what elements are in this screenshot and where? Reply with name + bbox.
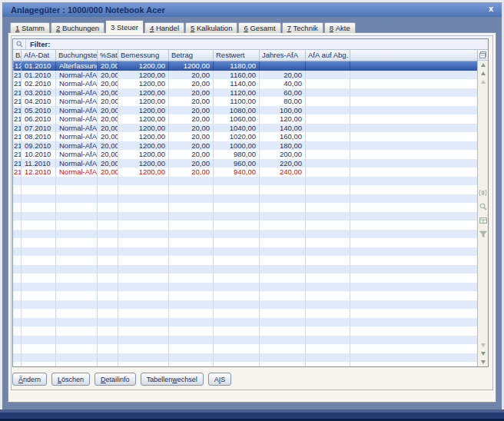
column-header-jahres-afa[interactable]: Jahres-AfA bbox=[260, 50, 306, 61]
cell: 21 bbox=[13, 132, 22, 141]
table-row-empty[interactable] bbox=[13, 185, 477, 194]
tab-technik[interactable]: 7 Technik bbox=[282, 22, 323, 33]
scroll-down-icon[interactable] bbox=[481, 352, 486, 356]
cell-filler bbox=[350, 353, 477, 363]
table-row[interactable]: 2108.2010Normal-AfA20,001200,0020,001020… bbox=[13, 132, 477, 141]
ais-button[interactable]: AIS bbox=[208, 373, 232, 386]
table-row-empty[interactable] bbox=[13, 203, 477, 212]
scroll-up-alt-icon[interactable] bbox=[481, 80, 486, 84]
column-header-empty bbox=[350, 50, 477, 61]
table-row-empty[interactable] bbox=[13, 265, 477, 274]
column-width-icon[interactable] bbox=[479, 189, 487, 197]
table-row-empty[interactable] bbox=[13, 327, 477, 336]
cell bbox=[56, 177, 98, 186]
cell bbox=[306, 353, 350, 363]
cell bbox=[22, 256, 56, 265]
table-row-empty[interactable] bbox=[13, 283, 477, 292]
column-header-betrag[interactable]: Betrag bbox=[169, 50, 214, 61]
column-header--satz[interactable]: %Satz bbox=[98, 50, 118, 61]
table-row[interactable]: 2110.2010Normal-AfA20,001200,0020,00980,… bbox=[13, 150, 477, 159]
tab-buchungen[interactable]: 2 Buchungen bbox=[51, 22, 104, 33]
cell bbox=[306, 61, 350, 71]
search-icon[interactable] bbox=[479, 203, 487, 210]
table-row[interactable]: 2104.2010Normal-AfA20,001200,0020,001100… bbox=[13, 97, 477, 106]
cell: Normal-AfA bbox=[56, 167, 98, 177]
column-header-ba[interactable]: BA bbox=[13, 50, 22, 61]
cell bbox=[306, 238, 350, 247]
table-row-empty[interactable] bbox=[13, 300, 477, 310]
column-header-afa-dat[interactable]: AfA-Dat bbox=[22, 50, 56, 61]
filter-bar: Filter: bbox=[13, 39, 488, 50]
cell bbox=[22, 327, 56, 336]
select-grid-icon[interactable] bbox=[478, 50, 488, 61]
lschen-button[interactable]: Löschen bbox=[51, 373, 90, 386]
table-row-empty[interactable] bbox=[13, 309, 477, 318]
tab-kalkulation[interactable]: 5 Kalkulation bbox=[185, 22, 237, 33]
cell: 01.2010 bbox=[22, 71, 56, 80]
table-row-empty[interactable] bbox=[13, 256, 477, 265]
cell bbox=[118, 238, 169, 247]
cell bbox=[98, 300, 118, 310]
close-icon[interactable]: x bbox=[489, 4, 493, 13]
cell-filler bbox=[350, 61, 477, 71]
cell: 40,00 bbox=[260, 79, 306, 88]
cell bbox=[214, 247, 260, 257]
table-row-empty[interactable] bbox=[13, 344, 477, 353]
tab-handel[interactable]: 4 Handel bbox=[144, 22, 184, 33]
filter-funnel-icon[interactable] bbox=[479, 230, 487, 238]
scroll-up-icon[interactable] bbox=[481, 71, 486, 75]
table-row-empty[interactable] bbox=[13, 177, 477, 186]
scroll-bottom-icon[interactable] bbox=[481, 358, 486, 366]
cell bbox=[214, 327, 260, 336]
table-row[interactable]: 2112.2010Normal-AfA20,001200,0020,00940,… bbox=[13, 167, 477, 177]
column-header-bemessung[interactable]: Bemessung bbox=[118, 50, 169, 61]
table-row[interactable]: 2109.2010Normal-AfA20,001200,0020,001000… bbox=[13, 141, 477, 151]
grid-header-row: BAAfA-DatBuchungstext%SatzBemessungBetra… bbox=[13, 50, 477, 61]
tab-steuer[interactable]: 3 Steuer bbox=[105, 20, 144, 33]
detailinfo-button[interactable]: Detailinfo bbox=[94, 373, 136, 386]
table-row[interactable]: 2111.2010Normal-AfA20,001200,0020,00960,… bbox=[13, 159, 477, 168]
table-row[interactable]: 2103.2010Normal-AfA20,001200,0020,001120… bbox=[13, 88, 477, 98]
table-row[interactable]: 2106.2010Normal-AfA20,001200,0020,001060… bbox=[13, 114, 477, 124]
cell bbox=[22, 273, 56, 283]
table-row[interactable]: 2105.2010Normal-AfA20,001200,0020,001080… bbox=[13, 106, 477, 115]
table-row[interactable]: 2107.2010Normal-AfA20,001200,0020,001040… bbox=[13, 124, 477, 133]
tabellenwechsel-button[interactable]: Tabellenwechsel bbox=[141, 373, 204, 386]
table-row-empty[interactable] bbox=[13, 230, 477, 239]
table-row[interactable]: 2101.2010Normal-AfA20,001200,0020,001160… bbox=[13, 71, 477, 80]
table-row-empty[interactable] bbox=[13, 336, 477, 345]
table-row-empty[interactable] bbox=[13, 273, 477, 283]
table-row[interactable]: 2102.2010Normal-AfA20,001200,0020,001140… bbox=[13, 79, 477, 88]
tab-stamm[interactable]: 1 Stamm bbox=[10, 22, 50, 33]
table-row-empty[interactable] bbox=[13, 194, 477, 204]
table-row-empty[interactable] bbox=[13, 212, 477, 221]
cell bbox=[260, 353, 306, 363]
table-row[interactable]: 1201.2010Alterfassung20,001200,001200,00… bbox=[13, 61, 477, 71]
cell: 20,00 bbox=[169, 79, 214, 88]
cell bbox=[306, 309, 350, 318]
cell bbox=[169, 283, 214, 292]
grid-main: BAAfA-DatBuchungstext%SatzBemessungBetra… bbox=[13, 50, 488, 366]
table-row-empty[interactable] bbox=[13, 362, 477, 366]
tab-akte[interactable]: 8 Akte bbox=[324, 22, 356, 33]
cell bbox=[214, 212, 260, 221]
search-icon[interactable] bbox=[13, 39, 26, 49]
table-row-empty[interactable] bbox=[13, 247, 477, 257]
cell bbox=[118, 203, 169, 212]
tab-gesamt[interactable]: 6 Gesamt bbox=[238, 22, 280, 33]
scroll-top-icon[interactable] bbox=[481, 61, 486, 69]
table-row-empty[interactable] bbox=[13, 318, 477, 327]
ndern-button[interactable]: Ändern bbox=[12, 373, 47, 386]
column-header-restwert[interactable]: Restwert bbox=[214, 50, 260, 61]
titlebar[interactable]: Anlagegüter : 1000/000 Notebook Acer x bbox=[2, 2, 502, 17]
table-row-empty[interactable] bbox=[13, 291, 477, 300]
cell bbox=[98, 220, 118, 230]
column-header-buchungstext[interactable]: Buchungstext bbox=[56, 50, 98, 61]
column-header-afa-auf-abg-[interactable]: AfA auf Abg. bbox=[306, 50, 350, 61]
table-icon[interactable] bbox=[479, 217, 487, 224]
cell bbox=[13, 194, 22, 204]
table-row-empty[interactable] bbox=[13, 220, 477, 230]
table-row-empty[interactable] bbox=[13, 353, 477, 363]
table-row-empty[interactable] bbox=[13, 238, 477, 247]
scroll-down-alt-icon[interactable] bbox=[481, 343, 486, 347]
